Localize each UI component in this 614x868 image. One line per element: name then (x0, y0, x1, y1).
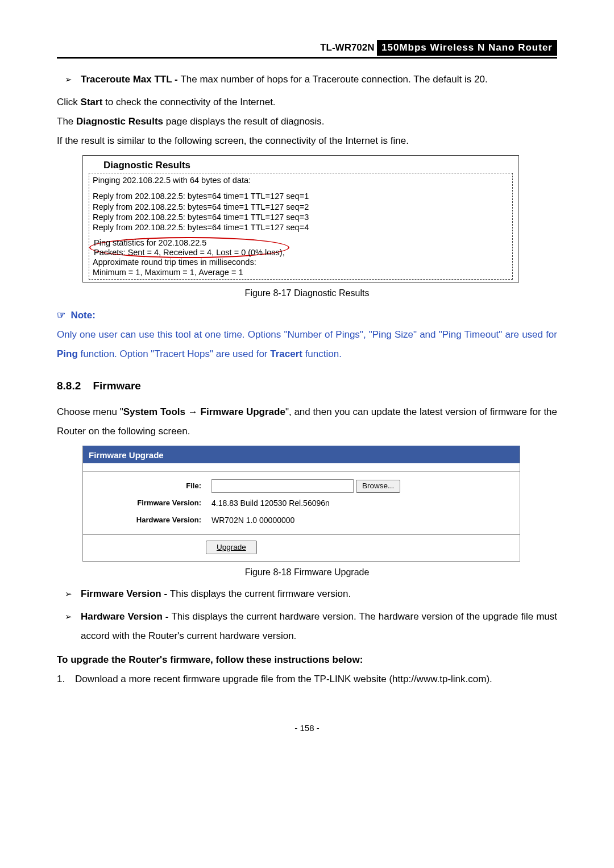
chevron-right-icon: ➢ (65, 607, 81, 646)
doc-header: TL-WR702N 150Mbps Wireless N Nano Router (57, 40, 557, 59)
text: The max number of hops for a Traceroute … (180, 74, 487, 85)
file-input[interactable] (211, 479, 354, 493)
figure-firmware-upgrade: Firmware Upgrade File: Browse... Firmwar… (82, 446, 520, 562)
list-text: Download a more recent firmware upgrade … (75, 670, 492, 689)
chevron-right-icon: ➢ (65, 584, 81, 604)
note-heading: ☞ Note: (57, 306, 557, 325)
figure-diagnostic-results: Diagnostic Results Pinging 202.108.22.5 … (82, 155, 519, 283)
hardware-version-label: Hardware Version: (89, 516, 211, 525)
paragraph: If the result is similar to the followin… (57, 131, 557, 151)
instructions-heading: To upgrade the Router's firmware, follow… (57, 650, 557, 670)
paragraph: The Diagnostic Results page displays the… (57, 112, 557, 131)
product-model: TL-WR702N (320, 42, 374, 53)
file-label: File: (89, 481, 211, 491)
term: Traceroute Max TTL - (81, 74, 180, 85)
panel-title: Diagnostic Results (89, 159, 513, 173)
bullet-traceroute-ttl: ➢ Traceroute Max TTL - The max number of… (65, 70, 557, 89)
highlight-oval: Ping statistics for 202.108.22.5 Packets… (89, 237, 289, 258)
term: Firmware Version - (81, 588, 170, 599)
term: Hardware Version - (81, 611, 171, 622)
page-number: - 158 - (57, 723, 557, 733)
figure-caption: Figure 8-17 Diagnostic Results (57, 287, 557, 300)
firmware-version-label: Firmware Version: (89, 499, 211, 508)
chevron-right-icon: ➢ (65, 70, 81, 89)
firmware-version-value: 4.18.83 Build 120530 Rel.56096n (211, 498, 330, 508)
paragraph: Choose menu "System Tools → Firmware Upg… (57, 402, 557, 441)
browse-button[interactable]: Browse... (356, 480, 400, 493)
list-item: 1. Download a more recent firmware upgra… (57, 670, 557, 689)
bullet-hardware-version: ➢ Hardware Version - This displays the c… (65, 607, 557, 646)
paragraph: Click Start to check the connectivity of… (57, 93, 557, 112)
note-body: Only one user can use this tool at one t… (57, 325, 557, 364)
list-number: 1. (57, 670, 75, 689)
hardware-version-value: WR702N 1.0 00000000 (211, 515, 294, 525)
diagnostic-output: Pinging 202.108.22.5 with 64 bytes of da… (89, 173, 513, 280)
text: This displays the current firmware versi… (170, 588, 351, 599)
upgrade-button[interactable]: Upgrade (206, 541, 257, 554)
pointing-hand-icon: ☞ (57, 310, 65, 321)
product-name: 150Mbps Wireless N Nano Router (377, 40, 557, 56)
bullet-firmware-version: ➢ Firmware Version - This displays the c… (65, 584, 557, 604)
figure-caption: Figure 8-18 Firmware Upgrade (57, 566, 557, 579)
panel-title: Firmware Upgrade (83, 447, 520, 464)
section-heading: 8.8.2 Firmware (57, 375, 557, 397)
